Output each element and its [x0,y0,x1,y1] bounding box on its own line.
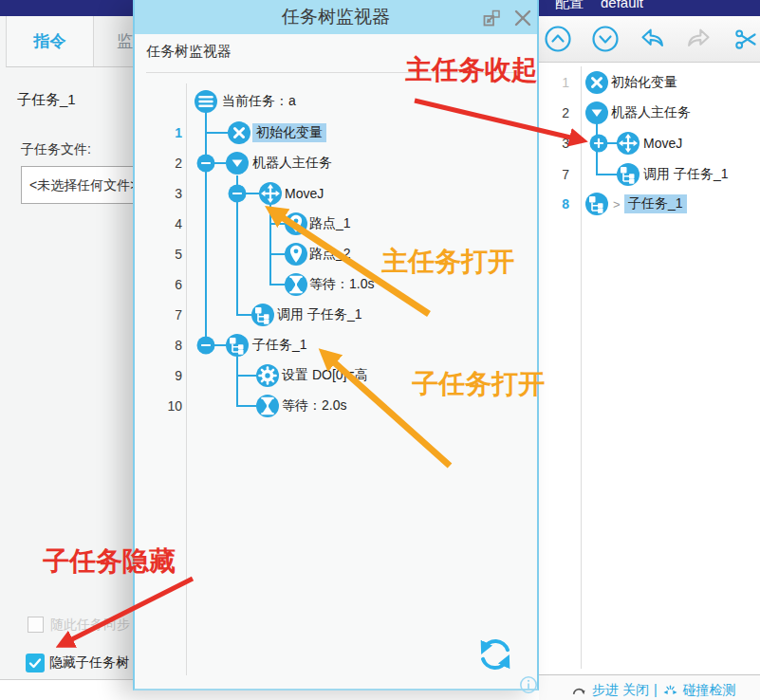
tab-instructions[interactable]: 指令 [7,16,94,66]
check-icon [28,656,42,670]
undo-icon [640,26,666,52]
refresh-icon [473,633,517,676]
row-number: 6 [159,277,182,292]
hide-subtask-checkbox[interactable] [26,654,45,672]
tree-connector [236,357,238,407]
scissors-icon [733,27,759,52]
movej-icon [617,132,640,155]
expand-all-button[interactable] [590,24,621,54]
status-bar: 步进 关闭 | 碰撞检测 [539,674,760,700]
subtask-icon [585,193,608,215]
tree-row[interactable]: 子任务_1 [252,337,307,354]
tree-row-selected[interactable]: 子任务_1 [624,194,687,213]
row-number: 1 [159,125,182,140]
redo-icon [685,26,712,52]
chevron-down-circle-icon [591,25,620,53]
expand-node-button[interactable] [590,135,608,153]
subtask-call-icon [251,304,274,326]
main-task-icon [226,152,249,175]
cut-button[interactable] [731,24,760,54]
hide-subtask-checkbox-label: 隐藏子任务树 [49,654,129,672]
row-number: 8 [547,196,569,212]
waypoint-icon [285,243,307,266]
row-number: 5 [159,247,182,262]
tree-connector [269,205,271,286]
subtask-title: 子任务_1 [17,91,76,109]
status-divider: | [654,682,658,697]
tree-row[interactable]: 等待：1.0s [309,276,374,293]
tree-row[interactable]: 设置 DO[0]=高 [282,367,368,384]
dialog-title: 任务树监视器 [135,0,537,34]
row-number: 2 [547,105,569,120]
init-variable-icon [585,71,608,94]
close-icon [512,8,533,28]
tree-row[interactable]: 等待：2.0s [282,397,346,414]
tree-row[interactable]: 调用 子任务_1 [277,306,361,323]
collision-status-label[interactable]: 碰撞检测 [683,682,736,699]
refresh-button[interactable] [473,633,517,680]
sync-task-checkbox-label: 随此任务同步 [50,617,130,634]
init-variable-icon [228,121,250,144]
tree-row[interactable]: 调用 子任务_1 [643,166,728,183]
collapse-node-button[interactable] [197,337,215,355]
close-button[interactable] [511,7,534,29]
row-number: 3 [547,136,569,151]
tree-connector [205,112,207,346]
row-number: 4 [159,216,182,231]
dialog-titlebar[interactable]: 任务树监视器 [135,0,537,34]
tree-connector [597,174,619,175]
subtask-call-icon [617,163,640,186]
tree-row[interactable]: 机器人主任务 [611,104,691,121]
tree-connector [237,405,256,407]
row-number: 7 [547,167,569,182]
step-status-label[interactable]: 步进 关闭 [592,682,649,699]
row-number: 8 [159,338,182,353]
tree-row[interactable]: 初始化变量 [611,74,677,91]
tree-connector [270,284,285,286]
info-button[interactable] [519,675,538,698]
tree-row[interactable]: 路点_1 [309,215,351,232]
sync-task-checkbox[interactable] [28,617,44,633]
app-window: 指令 监控 子任务_1 子任务文件: <未选择任何文件> 随此任务同步 隐藏子任… [0,0,760,700]
main-task-icon [585,101,608,124]
wait-icon [256,395,279,417]
menu-config-value[interactable]: default [601,0,643,10]
tree-row[interactable]: 路点_2 [309,246,351,263]
waypoint-icon [285,212,307,235]
set-do-icon [256,364,279,387]
current-task-label: 当前任务：a [222,93,296,110]
redo-button[interactable] [683,24,714,54]
dialog-subtitle: 任务树监视器 [146,43,232,61]
undo-button[interactable] [638,24,668,54]
popout-icon [481,8,502,28]
row-number: 9 [159,368,182,383]
menu-config[interactable]: 配置 [555,0,584,12]
tree-row[interactable]: 机器人主任务 [252,155,332,172]
info-icon [519,675,538,694]
tree-row[interactable]: MoveJ [285,186,324,201]
tree-connector [206,132,228,134]
row-number: 10 [159,398,182,414]
tree-connector [237,314,251,316]
collapse-node-button[interactable] [229,185,247,203]
row-number-divider [186,83,187,675]
row-number: 2 [159,156,182,171]
movej-icon [259,182,282,205]
wait-icon [285,273,307,296]
collapse-all-button[interactable] [543,24,573,54]
row-number: 3 [159,186,182,201]
collapsed-marker[interactable]: > [613,197,621,212]
popout-button[interactable] [480,7,503,29]
collapse-node-button[interactable] [197,155,215,173]
subtask-file-label: 子任务文件: [21,141,91,158]
tree-row[interactable]: MoveJ [643,136,682,151]
subtitle-divider [146,72,526,73]
tree-row-selected[interactable]: 初始化变量 [252,123,326,142]
tree-connector [237,375,256,377]
subtask-icon [226,334,249,357]
chevron-up-circle-icon [544,25,572,53]
task-tree-monitor-dialog: 任务树监视器 任务树监视器 1 2 3 4 5 6 7 8 9 10 [133,0,539,691]
step-icon [571,684,587,698]
row-number: 1 [547,75,569,90]
row-number: 7 [159,307,182,322]
